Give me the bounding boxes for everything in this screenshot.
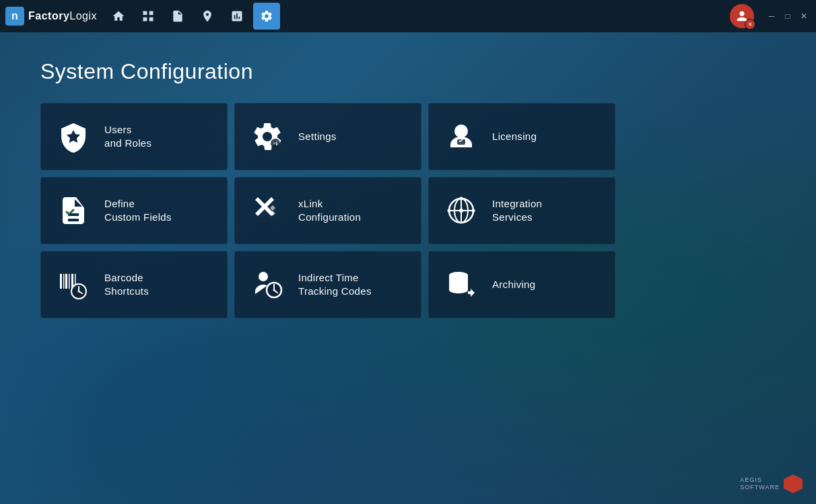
nav-orders-button[interactable]: [135, 3, 162, 30]
nav-routing-button[interactable]: [194, 3, 221, 30]
tile-settings[interactable]: Settings: [234, 103, 421, 170]
tile-label-licensing: Licensing: [492, 130, 537, 143]
nav-bar: [105, 3, 730, 30]
tile-archiving[interactable]: Archiving: [428, 251, 615, 318]
close-button[interactable]: ✕: [797, 9, 811, 23]
xlink-icon: [248, 192, 286, 229]
tile-label-define-custom-fields: Define Custom Fields: [104, 197, 172, 225]
aegis-logo-icon: [784, 474, 803, 493]
tile-barcode-shortcuts[interactable]: Barcode Shortcuts: [40, 251, 228, 318]
brand-watermark: AEGIS SOFTWARE: [740, 474, 803, 493]
tile-users-and-roles[interactable]: Users and Roles: [40, 103, 228, 170]
svg-rect-14: [69, 274, 70, 289]
tile-label-xlink-configuration: xLink Configuration: [298, 197, 361, 225]
app-logo: n FactoryLogix: [5, 7, 97, 26]
minimize-button[interactable]: ─: [765, 9, 778, 23]
svg-rect-12: [63, 274, 65, 289]
page-title: System Configuration: [40, 59, 776, 84]
svg-point-27: [273, 289, 275, 291]
tile-label-integration-services: Integration Services: [492, 197, 542, 225]
svg-point-10: [460, 197, 463, 201]
svg-point-7: [459, 209, 463, 213]
svg-point-21: [78, 291, 80, 293]
svg-point-1: [454, 124, 468, 138]
tile-label-indirect-time-tracking: Indirect Time Tracking Codes: [298, 271, 372, 299]
tile-label-settings: Settings: [298, 130, 337, 143]
config-grid: Users and Roles Settings: [40, 103, 776, 318]
shield-star-icon: [55, 118, 92, 155]
logo-icon: n: [5, 7, 24, 26]
document-check-icon: [55, 192, 92, 229]
svg-rect-13: [65, 274, 67, 289]
nav-settings-button[interactable]: [253, 3, 280, 30]
barcode-clock-icon: [55, 266, 92, 303]
database-arrow-icon: [442, 266, 480, 303]
person-clock-icon: [248, 266, 286, 303]
user-account-button[interactable]: [730, 4, 754, 28]
tile-label-barcode-shortcuts: Barcode Shortcuts: [104, 271, 149, 299]
svg-point-22: [259, 272, 268, 281]
nav-reports-button[interactable]: [224, 3, 250, 30]
svg-point-8: [448, 209, 451, 213]
window-controls: ─ □ ✕: [765, 9, 811, 23]
nav-documents-button[interactable]: [164, 3, 191, 30]
tile-xlink-configuration[interactable]: xLink Configuration: [234, 177, 421, 244]
gears-icon: [248, 118, 286, 155]
svg-point-9: [472, 209, 475, 213]
tile-label-users-and-roles: Users and Roles: [104, 123, 151, 151]
restore-button[interactable]: □: [781, 9, 794, 23]
tile-define-custom-fields[interactable]: Define Custom Fields: [40, 177, 228, 244]
tile-label-archiving: Archiving: [492, 278, 535, 291]
tile-licensing[interactable]: Licensing: [428, 103, 615, 170]
tile-integration-services[interactable]: Integration Services: [428, 177, 615, 244]
svg-rect-11: [60, 274, 62, 289]
titlebar: n FactoryLogix: [0, 0, 816, 32]
svg-point-0: [271, 139, 280, 148]
titlebar-right: ─ □ ✕: [730, 4, 811, 28]
main-content: System Configuration Users and Roles: [0, 32, 816, 345]
network-icon: [442, 192, 480, 229]
tile-indirect-time-tracking[interactable]: Indirect Time Tracking Codes: [234, 251, 421, 318]
nav-home-button[interactable]: [105, 3, 132, 30]
app-name: FactoryLogix: [28, 10, 97, 22]
user-badge-icon: [442, 118, 480, 155]
